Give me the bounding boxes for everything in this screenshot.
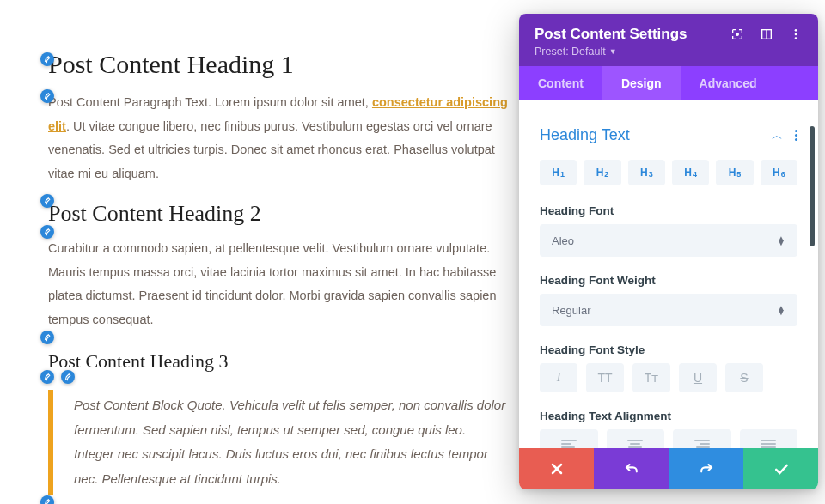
panel-header: Post Content Settings Preset: Default ▼ bbox=[519, 14, 818, 66]
align-center-button[interactable] bbox=[607, 429, 665, 448]
style-underline-button[interactable]: U bbox=[679, 363, 717, 392]
select-heading-font-value: Aleo bbox=[552, 234, 574, 247]
tab-content[interactable]: Content bbox=[519, 66, 602, 100]
panel-action-bar bbox=[519, 448, 818, 489]
undo-button[interactable] bbox=[594, 448, 669, 489]
edit-dot-quote-1[interactable] bbox=[40, 370, 54, 384]
align-right-button[interactable] bbox=[673, 429, 731, 448]
svg-point-3 bbox=[795, 29, 798, 32]
select-caret-icon: ▲▼ bbox=[777, 306, 785, 314]
panel-title: Post Content Settings bbox=[535, 26, 688, 43]
layout-icon[interactable] bbox=[760, 27, 773, 41]
paragraph-1-rest: . Ut vitae congue libero, nec finibus pu… bbox=[48, 119, 495, 180]
edit-dot-h3[interactable] bbox=[40, 331, 54, 344]
alignment-buttons bbox=[540, 429, 798, 448]
label-heading-weight: Heading Font Weight bbox=[540, 274, 798, 287]
label-heading-font: Heading Font bbox=[540, 204, 798, 217]
select-heading-font[interactable]: Aleo ▲▼ bbox=[540, 224, 798, 257]
cancel-button[interactable] bbox=[519, 448, 594, 489]
post-content-preview: Post Content Heading 1 Post Content Para… bbox=[0, 0, 516, 504]
style-uppercase-button[interactable]: TT bbox=[586, 363, 624, 392]
confirm-button[interactable] bbox=[743, 448, 818, 489]
preset-selector[interactable]: Preset: Default ▼ bbox=[535, 46, 803, 58]
redo-button[interactable] bbox=[669, 448, 743, 489]
heading-2: Post Content Heading 2 bbox=[48, 201, 509, 227]
edit-dot-p1[interactable] bbox=[40, 89, 54, 103]
style-strike-button[interactable]: S bbox=[725, 363, 763, 392]
heading-tab-h1[interactable]: H1 bbox=[540, 160, 577, 185]
heading-tab-h4[interactable]: H4 bbox=[672, 160, 709, 185]
paragraph-2: Curabitur a commodo sapien, at pellentes… bbox=[48, 237, 509, 331]
align-left-button[interactable] bbox=[540, 429, 598, 448]
panel-body: Heading Text ︿ H1 H2 H3 H4 H5 H6 Heading… bbox=[519, 100, 818, 448]
scrollbar-thumb[interactable] bbox=[810, 126, 815, 246]
edit-dot-h2[interactable] bbox=[40, 194, 54, 208]
heading-level-tabs: H1 H2 H3 H4 H5 H6 bbox=[540, 160, 798, 185]
select-heading-weight-value: Regular bbox=[552, 304, 591, 317]
preset-label: Preset: Default bbox=[535, 46, 606, 58]
svg-point-5 bbox=[795, 37, 798, 39]
heading-3: Post Content Heading 3 bbox=[48, 350, 509, 373]
paragraph-1-lead: Post Content Paragraph Text. Lorem ipsum… bbox=[48, 95, 372, 109]
edit-dot-p2[interactable] bbox=[40, 225, 54, 239]
heading-1: Post Content Heading 1 bbox=[48, 50, 509, 79]
label-heading-align: Heading Text Alignment bbox=[540, 410, 798, 422]
section-menu-icon[interactable] bbox=[795, 130, 798, 141]
panel-tabs: Content Design Advanced bbox=[519, 66, 818, 100]
tab-advanced[interactable]: Advanced bbox=[681, 66, 776, 100]
font-style-buttons: I TT Tᴛ U S bbox=[540, 363, 798, 392]
edit-dot-quote-2[interactable] bbox=[61, 370, 75, 384]
heading-tab-h6[interactable]: H6 bbox=[761, 160, 798, 185]
style-italic-button[interactable]: I bbox=[540, 363, 578, 392]
align-justify-button[interactable] bbox=[740, 429, 798, 448]
edit-dot-bottom[interactable] bbox=[40, 495, 54, 504]
select-caret-icon: ▲▼ bbox=[777, 236, 785, 245]
kebab-menu-icon[interactable] bbox=[789, 27, 803, 41]
label-heading-style: Heading Font Style bbox=[540, 343, 798, 356]
tab-design[interactable]: Design bbox=[602, 66, 681, 100]
settings-panel: Post Content Settings Preset: Default ▼ … bbox=[519, 14, 818, 489]
svg-point-4 bbox=[795, 33, 798, 36]
svg-point-0 bbox=[736, 33, 739, 36]
paragraph-1: Post Content Paragraph Text. Lorem ipsum… bbox=[48, 91, 509, 185]
blockquote: Post Content Block Quote. Vehicula velit… bbox=[48, 390, 509, 495]
collapse-section-icon[interactable]: ︿ bbox=[772, 128, 783, 143]
style-smallcaps-button[interactable]: Tᴛ bbox=[632, 363, 670, 392]
edit-dot-h1[interactable] bbox=[40, 52, 54, 66]
section-heading-text[interactable]: Heading Text bbox=[540, 126, 630, 144]
chevron-down-icon: ▼ bbox=[609, 47, 617, 56]
focus-icon[interactable] bbox=[730, 27, 744, 41]
heading-tab-h2[interactable]: H2 bbox=[584, 160, 620, 185]
heading-tab-h5[interactable]: H5 bbox=[716, 160, 753, 185]
heading-tab-h3[interactable]: H3 bbox=[628, 160, 665, 185]
select-heading-weight[interactable]: Regular ▲▼ bbox=[540, 294, 798, 326]
